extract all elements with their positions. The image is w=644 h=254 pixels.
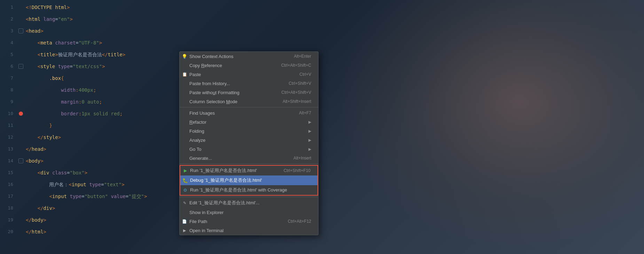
bulb-icon: 💡 <box>182 54 187 59</box>
fold-icon-14[interactable]: - <box>18 158 23 163</box>
menu-item-generate[interactable]: Generate... Alt+Insert <box>180 154 318 163</box>
code-line-20: 20 </html> <box>0 226 644 238</box>
code-content-13: </head> <box>24 143 644 155</box>
menu-label-analyze: Analyze <box>189 138 307 143</box>
menu-label-paste: Paste <box>189 72 292 77</box>
line-number-14: 14 <box>0 155 17 167</box>
code-line-14: 14 - <body> <box>0 155 644 167</box>
code-line-12: 12 </style> <box>0 131 644 143</box>
menu-label-file-path: File Path <box>189 219 281 224</box>
context-menu: 💡 Show Context Actions Alt+Enter Copy Re… <box>179 51 319 235</box>
line-number-8: 8 <box>0 84 17 96</box>
menu-item-goto[interactable]: Go To ▶ <box>180 145 318 154</box>
menu-label-open-terminal: Open in Terminal <box>189 228 311 233</box>
refactor-arrow: ▶ <box>308 120 311 124</box>
menu-item-show-explorer[interactable]: Show in Explorer <box>180 208 318 217</box>
gutter-10 <box>17 112 24 116</box>
code-line-3: 3 - <head> <box>0 25 644 37</box>
code-content-14: <body> <box>24 155 644 167</box>
run-debug-section: ▶ Run '1_验证用户名是否合法.html' Ctrl+Shift+F10 … <box>180 165 318 196</box>
menu-item-paste[interactable]: 📋 Paste Ctrl+V <box>180 70 318 79</box>
code-line-11: 11 } <box>0 120 644 131</box>
menu-shortcut-show-context: Alt+Enter <box>294 54 311 59</box>
menu-label-coverage: Run '1_验证用户名是否合法.html' with Coverage <box>190 187 304 193</box>
menu-item-run[interactable]: ▶ Run '1_验证用户名是否合法.html' Ctrl+Shift+F10 <box>180 166 317 175</box>
line-number-20: 20 <box>0 226 17 238</box>
code-line-6: 6 - <style type="text/css"> <box>0 60 644 72</box>
goto-arrow: ▶ <box>308 147 311 151</box>
menu-label-show-explorer: Show in Explorer <box>189 210 311 215</box>
menu-item-show-context[interactable]: 💡 Show Context Actions Alt+Enter <box>180 52 318 61</box>
code-line-13: 13 </head> <box>0 143 644 155</box>
menu-shortcut-file-path: Ctrl+Alt+F12 <box>288 219 311 224</box>
separator-1 <box>180 107 318 107</box>
line-number-17: 17 <box>0 190 17 202</box>
code-line-17: 17 <input type="button" value="提交"> <box>0 190 644 202</box>
menu-label-run: Run '1_验证用户名是否合法.html' <box>190 167 277 174</box>
fold-icon-6[interactable]: - <box>18 64 23 69</box>
code-line-10: 10 border:1px solid red; <box>0 108 644 120</box>
code-editor: 1 <!DOCTYPE html> 2 <html lang="en"> 3 -… <box>0 0 644 254</box>
paste-icon: 📋 <box>182 72 187 77</box>
code-content-11: } <box>24 120 644 131</box>
menu-item-column-selection[interactable]: Column Selection Mode Alt+Shift+Insert <box>180 97 318 106</box>
line-number-19: 19 <box>0 214 17 226</box>
separator-2 <box>180 164 318 164</box>
code-content-5: <title>验证用户名是否合法</title> <box>24 49 644 60</box>
menu-item-copy-reference[interactable]: Copy Reference Ctrl+Alt+Shift+C <box>180 61 318 70</box>
gutter-14: - <box>17 158 24 163</box>
folding-arrow: ▶ <box>308 129 311 133</box>
code-line-2: 2 <html lang="en"> <box>0 13 644 25</box>
debug-icon: 🐛 <box>182 178 188 183</box>
menu-item-paste-history[interactable]: Paste from History... Ctrl+Shift+V <box>180 79 318 88</box>
menu-label-find-usages: Find Usages <box>189 110 292 116</box>
gutter-6: - <box>17 64 24 69</box>
menu-label-folding: Folding <box>189 129 307 134</box>
breakpoint-10[interactable] <box>19 112 23 116</box>
file-path-icon: 📄 <box>182 219 187 224</box>
code-content-8: width:400px; <box>24 84 644 96</box>
menu-item-debug[interactable]: 🐛 Debug '1_验证用户名是否合法.html' <box>180 175 317 185</box>
code-line-8: 8 width:400px; <box>0 84 644 96</box>
code-content-4: <meta charset="UTF-8"> <box>24 37 644 49</box>
menu-item-refactor[interactable]: Refactor ▶ <box>180 117 318 126</box>
menu-label-copy-reference: Copy Reference <box>189 63 274 68</box>
menu-item-edit[interactable]: ✎ Edit '1_验证用户名是否合法.html'... <box>180 198 318 208</box>
analyze-arrow: ▶ <box>308 138 311 142</box>
code-content-16: 用户名：<input type="text"> <box>24 179 644 190</box>
code-content-15: <div class="box"> <box>24 167 644 179</box>
menu-item-file-path[interactable]: 📄 File Path Ctrl+Alt+F12 <box>180 217 318 226</box>
menu-item-analyze[interactable]: Analyze ▶ <box>180 136 318 145</box>
code-line-19: 19 </body> <box>0 214 644 226</box>
fold-icon-3[interactable]: - <box>18 28 23 33</box>
menu-shortcut-paste-history: Ctrl+Shift+V <box>289 81 311 86</box>
line-number-5: 5 <box>0 49 17 60</box>
code-line-16: 16 用户名：<input type="text"> <box>0 179 644 190</box>
line-number-6: 6 <box>0 60 17 72</box>
code-content-3: <head> <box>24 25 644 37</box>
menu-item-coverage[interactable]: ⊙ Run '1_验证用户名是否合法.html' with Coverage <box>180 185 317 195</box>
code-content-7: .box{ <box>24 72 644 84</box>
code-content-17: <input type="button" value="提交"> <box>24 190 644 202</box>
menu-item-folding[interactable]: Folding ▶ <box>180 126 318 136</box>
menu-item-open-terminal[interactable]: ▶ Open in Terminal <box>180 226 318 235</box>
code-content-6: <style type="text/css"> <box>24 60 644 72</box>
line-number-11: 11 <box>0 120 17 131</box>
separator-3 <box>180 197 318 197</box>
menu-label-refactor: Refactor <box>189 120 307 125</box>
code-content-9: margin:0 auto; <box>24 96 644 108</box>
menu-item-find-usages[interactable]: Find Usages Alt+F7 <box>180 108 318 117</box>
line-number-3: 3 <box>0 25 17 37</box>
menu-label-paste-history: Paste from History... <box>189 81 282 86</box>
gutter-3: - <box>17 28 24 33</box>
code-line-5: 5 <title>验证用户名是否合法</title> <box>0 49 644 60</box>
line-number-16: 16 <box>0 179 17 190</box>
line-number-9: 9 <box>0 96 17 108</box>
line-number-10: 10 <box>0 108 17 120</box>
code-line-4: 4 <meta charset="UTF-8"> <box>0 37 644 49</box>
line-number-15: 15 <box>0 167 17 179</box>
coverage-icon: ⊙ <box>182 187 188 193</box>
code-line-1: 1 <!DOCTYPE html> <box>0 1 644 13</box>
menu-item-paste-no-format[interactable]: Paste without Formatting Ctrl+Alt+Shift+… <box>180 88 318 97</box>
code-line-18: 18 </div> <box>0 202 644 214</box>
